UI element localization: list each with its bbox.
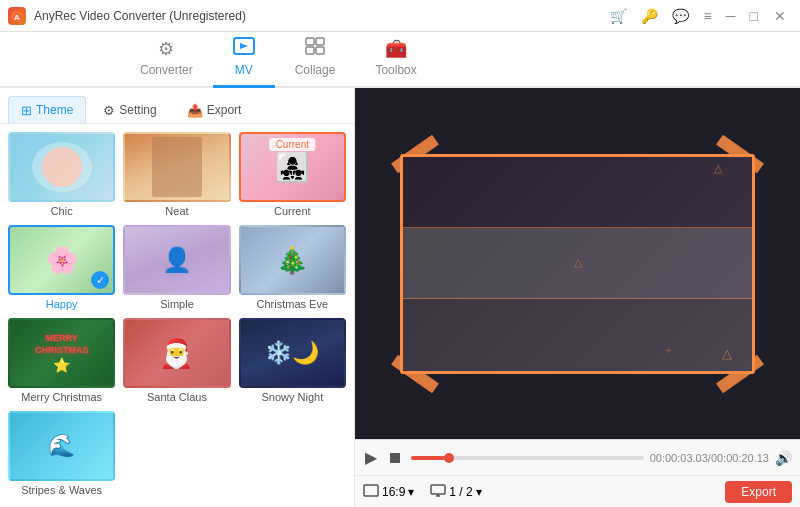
- theme-thumb-merry-xmas: MERRY CHRISTMAS ⭐: [8, 318, 115, 388]
- collage-preview: △ △ △ +: [400, 154, 755, 374]
- theme-label-happy: Happy: [46, 298, 78, 310]
- theme-item-current[interactable]: 👩‍👧‍👧 Current Current: [239, 132, 346, 217]
- progress-fill: [411, 456, 446, 460]
- theme-thumb-santa: 🎅: [123, 318, 230, 388]
- svg-text:A: A: [14, 12, 20, 21]
- current-badge: Current: [270, 138, 315, 151]
- theme-item-neat[interactable]: Neat: [123, 132, 230, 217]
- sub-tabs: ⊞ Theme ⚙ Setting 📤 Export: [0, 88, 354, 124]
- controls-row2: 16:9 ▾ 1 / 2 ▾ Export: [355, 475, 800, 507]
- collage-row-1: △: [403, 157, 752, 228]
- right-panel: △ △ △ + ▶ ⏹: [355, 88, 800, 507]
- theme-scroll-area[interactable]: Chic Neat 👩‍👧‍👧: [0, 124, 354, 507]
- svg-rect-3: [306, 38, 314, 45]
- converter-icon: ⚙: [158, 38, 174, 60]
- playback-controls: ▶ ⏹ 00:00:03.03/00:00:20.13 🔊: [355, 439, 800, 475]
- shopping-icon[interactable]: 🛒: [606, 6, 631, 26]
- tab-collage[interactable]: Collage: [275, 31, 356, 88]
- subtab-setting[interactable]: ⚙ Setting: [90, 96, 169, 123]
- theme-grid: Chic Neat 👩‍👧‍👧: [0, 124, 354, 504]
- theme-label-snowy-night: Snowy Night: [261, 391, 323, 403]
- tab-toolbox[interactable]: 🧰 Toolbox: [355, 32, 436, 88]
- subtab-setting-label: Setting: [119, 103, 156, 117]
- app-title: AnyRec Video Converter (Unregistered): [34, 9, 606, 23]
- svg-rect-8: [431, 485, 445, 494]
- page-value: 1 / 2: [449, 485, 472, 499]
- theme-label-christmas-eve: Christmas Eve: [257, 298, 329, 310]
- tab-mv-label: MV: [235, 63, 253, 77]
- theme-thumb-stripes: 🌊: [8, 411, 115, 481]
- export-button[interactable]: Export: [725, 481, 792, 503]
- export-icon: 📤: [187, 103, 203, 118]
- theme-item-christmas-eve[interactable]: 🎄 Christmas Eve: [239, 225, 346, 310]
- preview-area: △ △ △ +: [355, 88, 800, 439]
- theme-thumb-current: 👩‍👧‍👧 Current: [239, 132, 346, 202]
- theme-item-snowy-night[interactable]: ❄️🌙 Snowy Night: [239, 318, 346, 403]
- time-total: 00:00:20.13: [711, 452, 769, 464]
- minimize-icon[interactable]: ─: [722, 6, 740, 26]
- theme-item-happy[interactable]: 🌸 ✓ Happy: [8, 225, 115, 310]
- theme-label-stripes-waves: Stripes & Waves: [21, 484, 102, 496]
- collage-icon: [305, 37, 325, 60]
- key-icon[interactable]: 🔑: [637, 6, 662, 26]
- theme-item-stripes-waves[interactable]: 🌊 Stripes & Waves: [8, 411, 115, 496]
- page-chevron: ▾: [476, 485, 482, 499]
- theme-thumb-snowy: ❄️🌙: [239, 318, 346, 388]
- theme-thumb-happy: 🌸 ✓: [8, 225, 115, 295]
- collage-row-3: △ +: [403, 299, 752, 370]
- tab-converter-label: Converter: [140, 63, 193, 77]
- toolbox-icon: 🧰: [385, 38, 407, 60]
- theme-grid-icon: ⊞: [21, 103, 32, 118]
- theme-thumb-chic: [8, 132, 115, 202]
- left-panel: ⊞ Theme ⚙ Setting 📤 Export: [0, 88, 355, 507]
- svg-rect-5: [306, 47, 314, 54]
- title-controls: 🛒 🔑 💬 ≡ ─ □ ✕: [606, 6, 792, 26]
- theme-item-merry-christmas[interactable]: MERRY CHRISTMAS ⭐ Merry Christmas: [8, 318, 115, 403]
- theme-thumb-neat: [123, 132, 230, 202]
- tab-converter[interactable]: ⚙ Converter: [120, 32, 213, 88]
- theme-label-merry-christmas: Merry Christmas: [21, 391, 102, 403]
- tab-collage-label: Collage: [295, 63, 336, 77]
- svg-rect-4: [316, 38, 324, 45]
- subtab-theme[interactable]: ⊞ Theme: [8, 96, 86, 123]
- theme-label-current: Current: [274, 205, 311, 217]
- play-icon: ▶: [365, 448, 377, 467]
- monitor-icon: [430, 484, 446, 500]
- subtab-export[interactable]: 📤 Export: [174, 96, 255, 123]
- progress-bar[interactable]: [411, 456, 644, 460]
- aspect-icon: [363, 484, 379, 500]
- main-content: ⊞ Theme ⚙ Setting 📤 Export: [0, 88, 800, 507]
- menu-icon[interactable]: ≡: [699, 6, 715, 26]
- progress-thumb: [444, 453, 454, 463]
- play-button[interactable]: ▶: [363, 446, 379, 469]
- aspect-chevron: ▾: [408, 485, 414, 499]
- theme-item-simple[interactable]: 👤 Simple: [123, 225, 230, 310]
- volume-icon[interactable]: 🔊: [775, 450, 792, 466]
- stop-button[interactable]: ⏹: [385, 447, 405, 469]
- title-bar: A AnyRec Video Converter (Unregistered) …: [0, 0, 800, 32]
- collage-row-2: △: [403, 228, 752, 299]
- maximize-icon[interactable]: □: [746, 6, 762, 26]
- tab-toolbox-label: Toolbox: [375, 63, 416, 77]
- aspect-control[interactable]: 16:9 ▾: [363, 484, 414, 500]
- time-current: 00:00:03.03: [650, 452, 708, 464]
- app-logo: A: [8, 7, 26, 25]
- subtab-theme-label: Theme: [36, 103, 73, 117]
- close-button[interactable]: ✕: [768, 6, 792, 26]
- theme-label-neat: Neat: [165, 205, 188, 217]
- page-control[interactable]: 1 / 2 ▾: [430, 484, 481, 500]
- mv-icon: [233, 37, 255, 60]
- theme-item-chic[interactable]: Chic: [8, 132, 115, 217]
- chat-icon[interactable]: 💬: [668, 6, 693, 26]
- svg-rect-7: [364, 485, 378, 496]
- nav-tabs: ⚙ Converter MV Collage 🧰 Toolbox: [0, 32, 800, 88]
- theme-label-chic: Chic: [51, 205, 73, 217]
- theme-label-simple: Simple: [160, 298, 194, 310]
- stop-icon: ⏹: [387, 449, 403, 467]
- subtab-export-label: Export: [207, 103, 242, 117]
- tab-mv[interactable]: MV: [213, 31, 275, 88]
- setting-icon: ⚙: [103, 103, 115, 118]
- time-display: 00:00:03.03/00:00:20.13: [650, 452, 769, 464]
- theme-item-santa-claus[interactable]: 🎅 Santa Claus: [123, 318, 230, 403]
- theme-thumb-xmas-eve: 🎄: [239, 225, 346, 295]
